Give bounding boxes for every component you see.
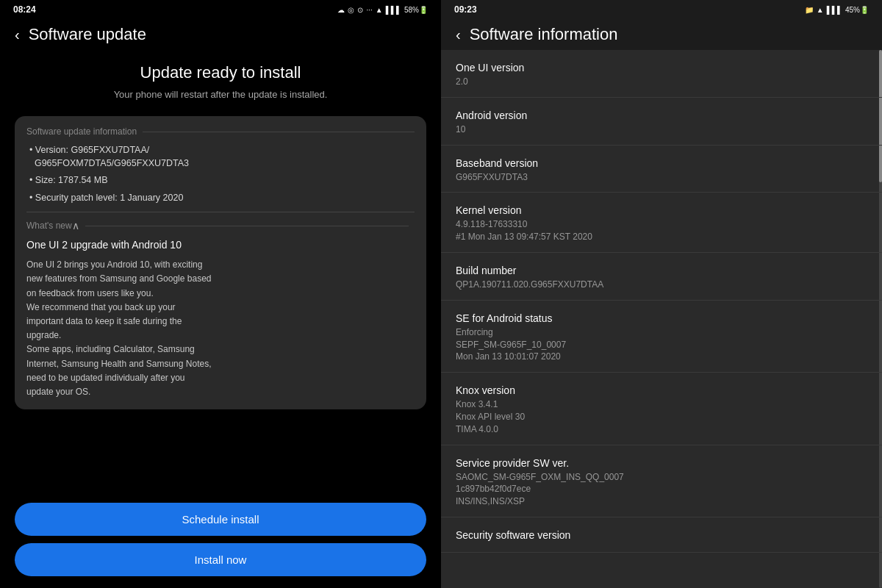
list-item: One UI version 2.0 [441,50,882,98]
knox-version-label: Knox version [456,384,867,396]
service-provider-label: Service provider SW ver. [456,457,867,469]
se-android-label: SE for Android status [456,312,867,324]
install-now-button[interactable]: Install now [15,543,426,576]
one-ui-version-label: One UI version [456,62,867,74]
cam-icon: ◎ [348,6,354,14]
build-number-value: QP1A.190711.020.G965FXXU7DTAA [456,279,867,291]
left-phone: 08:24 ☁ ◎ ⊙ ··· ▲ ▌▌▌ 58%🔋 ‹ Software up… [0,0,441,588]
software-info-list: One UI version 2.0 Android version 10 Ba… [441,50,882,588]
status-bar-left: 08:24 ☁ ◎ ⊙ ··· ▲ ▌▌▌ 58%🔋 [0,0,441,18]
security-software-label: Security software version [456,529,867,541]
divider [26,212,415,212]
folder-icon: 📁 [805,6,814,14]
list-item: Knox version Knox 3.4.1Knox API level 30… [441,373,882,445]
status-bar-right: 09:23 📁 ▲ ▌▌▌ 45%🔋 [441,0,882,18]
baseband-version-value: G965FXXU7DTA3 [456,171,867,184]
right-phone: 09:23 📁 ▲ ▌▌▌ 45%🔋 ‹ Software informatio… [441,0,882,588]
page-title-right: Software information [470,25,618,44]
left-main-content: Update ready to install Your phone will … [0,49,441,495]
cloud-icon: ☁ [337,6,345,14]
baseband-version-label: Baseband version [456,157,867,169]
list-item: Build number QP1A.190711.020.G965FXXU7DT… [441,253,882,301]
build-number-label: Build number [456,265,867,276]
list-item: Baseband version G965FXXU7DTA3 [441,146,882,193]
list-item: Security software version [441,517,882,553]
list-item: Android version 10 [441,98,882,146]
msg-icon: ⊙ [357,6,363,14]
list-item: Kernel version 4.9.118-17633310#1 Mon Ja… [441,193,882,253]
security-patch-bullet: • Security patch level: 1 January 2020 [26,192,415,205]
time-right: 09:23 [454,4,477,15]
size-bullet: • Size: 1787.54 MB [26,174,415,187]
battery-left: 58%🔋 [404,6,428,14]
whats-new-title: One UI 2 upgrade with Android 10 [26,239,415,251]
list-item: SE for Android status EnforcingSEPF_SM-G… [441,301,882,373]
software-update-info-card: Software update information • Version: G… [15,116,426,409]
signal-right-icon: ▌▌▌ [827,6,842,14]
kernel-version-label: Kernel version [456,204,867,216]
time-left: 08:24 [13,4,36,15]
whats-new-header: What's new ∧ [26,220,415,232]
list-item: Service provider SW ver. SAOMC_SM-G965F_… [441,445,882,517]
more-icon: ··· [366,6,372,14]
software-update-section-title: Software update information [26,126,415,137]
status-icons-right: 📁 ▲ ▌▌▌ 45%🔋 [805,6,869,14]
wifi-icon: ▲ [376,6,383,14]
android-version-value: 10 [456,123,867,136]
chevron-up-icon[interactable]: ∧ [72,220,79,232]
kernel-version-value: 4.9.118-17633310#1 Mon Jan 13 09:47:57 K… [456,218,867,243]
knox-version-value: Knox 3.4.1Knox API level 30TIMA 4.0.0 [456,398,867,435]
whats-new-body: One UI 2 brings you Android 10, with exc… [26,258,415,399]
back-button-right[interactable]: ‹ [456,26,461,43]
se-android-value: EnforcingSEPF_SM-G965F_10_0007Mon Jan 13… [456,326,867,363]
nav-bar-left: ‹ Software update [0,18,441,49]
nav-bar-right: ‹ Software information [441,18,882,50]
schedule-install-button[interactable]: Schedule install [15,503,426,536]
android-version-label: Android version [456,110,867,121]
page-title-left: Software update [29,25,146,44]
status-icons-left: ☁ ◎ ⊙ ··· ▲ ▌▌▌ 58%🔋 [337,6,428,14]
buttons-area: Schedule install Install now [0,495,441,588]
update-subtitle: Your phone will restart after the update… [114,88,328,101]
back-button-left[interactable]: ‹ [15,26,20,43]
wifi-right-icon: ▲ [817,6,824,14]
update-heading: Update ready to install [140,63,301,82]
version-bullet: • Version: G965FXXU7DTAA/ G965FOXM7DTA5/… [26,144,415,170]
one-ui-version-value: 2.0 [456,76,867,88]
signal-icon: ▌▌▌ [386,6,401,14]
battery-right: 45%🔋 [845,6,869,14]
service-provider-value: SAOMC_SM-G965F_OXM_INS_QQ_00071c897bb42f… [456,471,867,508]
